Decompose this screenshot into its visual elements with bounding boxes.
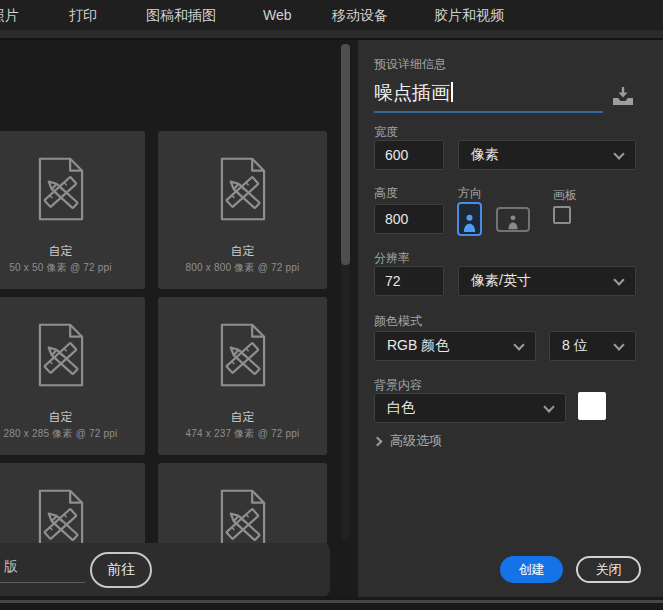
document-template-icon bbox=[216, 322, 270, 388]
chevron-down-icon bbox=[613, 339, 624, 350]
landscape-person-icon bbox=[507, 214, 519, 230]
bit-depth-dropdown[interactable]: 8 位 bbox=[549, 331, 636, 361]
stock-search-input-underline[interactable] bbox=[0, 582, 85, 583]
document-template-icon bbox=[34, 322, 88, 388]
bit-depth-value: 8 位 bbox=[562, 337, 588, 355]
stock-search-text-clipped: 版 bbox=[4, 558, 18, 576]
tab-film-video[interactable]: 胶片和视频 bbox=[434, 7, 504, 25]
window-bottom-strip bbox=[0, 596, 663, 610]
height-input[interactable] bbox=[374, 204, 444, 234]
artboard-checkbox[interactable] bbox=[553, 206, 571, 224]
resolution-input[interactable] bbox=[374, 266, 444, 296]
background-contents-label: 背景内容 bbox=[374, 377, 422, 394]
resolution-unit-dropdown[interactable]: 像素/英寸 bbox=[458, 266, 636, 296]
advanced-options-label: 高级选项 bbox=[390, 432, 442, 450]
color-mode-value: RGB 颜色 bbox=[387, 337, 449, 355]
text-cursor bbox=[451, 82, 453, 102]
document-name-text: 噪点插画 bbox=[374, 82, 450, 103]
tab-photo[interactable]: 照片 bbox=[0, 7, 19, 25]
width-input[interactable] bbox=[374, 140, 444, 170]
template-name: 自定 bbox=[158, 409, 327, 426]
template-card[interactable]: 自定 50 x 50 像素 @ 72 ppi bbox=[0, 131, 145, 289]
resolution-unit-value: 像素/英寸 bbox=[471, 272, 531, 290]
width-unit-value: 像素 bbox=[471, 146, 499, 164]
template-card[interactable]: 自定 474 x 237 像素 @ 72 ppi bbox=[158, 297, 327, 455]
window-bottom-edge bbox=[0, 600, 663, 603]
document-name-field[interactable]: 噪点插画 bbox=[374, 80, 453, 106]
template-name: 自定 bbox=[158, 243, 327, 260]
resolution-label: 分辨率 bbox=[374, 250, 410, 267]
new-document-dialog: 照片 打印 图稿和插图 Web 移动设备 胶片和视频 自定 50 x 50 像素… bbox=[0, 0, 663, 610]
create-button[interactable]: 创建 bbox=[500, 556, 563, 583]
chevron-down-icon bbox=[513, 339, 524, 350]
name-field-focus-underline bbox=[374, 111, 603, 113]
background-contents-dropdown[interactable]: 白色 bbox=[374, 393, 566, 423]
tab-art-illustration[interactable]: 图稿和插图 bbox=[146, 7, 216, 25]
artboard-label: 画板 bbox=[553, 187, 577, 204]
width-label: 宽度 bbox=[374, 124, 398, 141]
go-button[interactable]: 前往 bbox=[90, 552, 152, 588]
tab-mobile[interactable]: 移动设备 bbox=[332, 7, 388, 25]
portrait-person-icon bbox=[462, 212, 477, 234]
width-unit-dropdown[interactable]: 像素 bbox=[458, 140, 636, 170]
template-size: 800 x 800 像素 @ 72 ppi bbox=[158, 261, 327, 275]
chevron-down-icon bbox=[613, 274, 624, 285]
template-card[interactable]: 自定 280 x 285 像素 @ 72 ppi bbox=[0, 297, 145, 455]
document-template-icon bbox=[34, 156, 88, 222]
template-size: 474 x 237 像素 @ 72 ppi bbox=[158, 427, 327, 441]
tabbar-divider bbox=[0, 30, 663, 40]
preset-details-panel: 预设详细信息 噪点插画 宽度 像素 高度 方向 画板 bbox=[358, 40, 663, 597]
orientation-label: 方向 bbox=[458, 185, 482, 202]
template-name: 自定 bbox=[0, 243, 145, 260]
template-name: 自定 bbox=[0, 409, 145, 426]
template-scrollbar-thumb[interactable] bbox=[341, 44, 350, 265]
chevron-down-icon bbox=[543, 401, 554, 412]
category-tab-bar: 照片 打印 图稿和插图 Web 移动设备 胶片和视频 bbox=[0, 0, 663, 30]
template-grid: 自定 50 x 50 像素 @ 72 ppi 自定 800 x 800 像素 @… bbox=[0, 131, 327, 577]
chevron-right-icon bbox=[373, 436, 383, 446]
background-contents-value: 白色 bbox=[387, 399, 415, 417]
template-card[interactable]: 自定 800 x 800 像素 @ 72 ppi bbox=[158, 131, 327, 289]
template-size: 280 x 285 像素 @ 72 ppi bbox=[0, 427, 145, 441]
background-color-swatch[interactable] bbox=[578, 392, 606, 420]
template-size: 50 x 50 像素 @ 72 ppi bbox=[0, 261, 145, 275]
template-grid-region: 自定 50 x 50 像素 @ 72 ppi 自定 800 x 800 像素 @… bbox=[0, 42, 358, 597]
document-template-icon bbox=[216, 156, 270, 222]
orientation-landscape-button[interactable] bbox=[496, 207, 530, 232]
color-mode-dropdown[interactable]: RGB 颜色 bbox=[374, 331, 536, 361]
close-button[interactable]: 关闭 bbox=[576, 556, 641, 583]
save-preset-download-icon[interactable] bbox=[611, 86, 635, 106]
advanced-options-toggle[interactable]: 高级选项 bbox=[374, 432, 442, 450]
panel-title: 预设详细信息 bbox=[374, 56, 446, 73]
stock-template-bar: 版 前往 bbox=[0, 543, 330, 597]
chevron-down-icon bbox=[613, 148, 624, 159]
orientation-portrait-button[interactable] bbox=[457, 202, 482, 236]
color-mode-label: 颜色模式 bbox=[374, 313, 422, 330]
tab-print[interactable]: 打印 bbox=[69, 7, 97, 25]
height-label: 高度 bbox=[374, 185, 398, 202]
tab-web[interactable]: Web bbox=[263, 7, 292, 23]
